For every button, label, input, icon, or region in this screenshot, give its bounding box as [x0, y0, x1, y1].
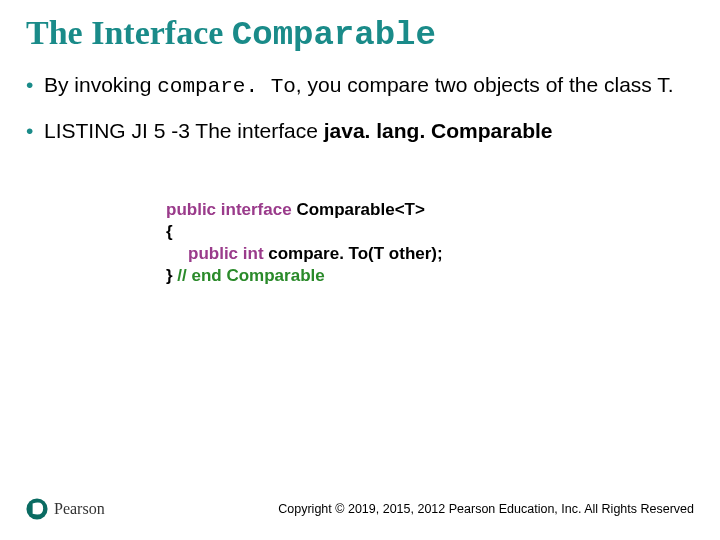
bullet-1-post: , you compare two objects of the class T… [296, 73, 674, 96]
bullet-list: By invoking compare. To, you compare two… [26, 72, 694, 145]
slide: The Interface Comparable By invoking com… [0, 0, 720, 540]
code-l4-cmt: // end Comparable [177, 266, 324, 285]
code-l3-name: compare. To(T other); [268, 244, 442, 263]
brand: Pearson [26, 498, 105, 520]
bullet-2: LISTING JI 5 -3 The interface java. lang… [26, 118, 694, 144]
bullet-1: By invoking compare. To, you compare two… [26, 72, 694, 100]
bullet-1-pre: By invoking [44, 73, 157, 96]
code-line-4: } // end Comparable [166, 265, 694, 287]
code-line-1: public interface Comparable<T> [166, 199, 694, 221]
pearson-logo-icon [26, 498, 48, 520]
title-mono: Comparable [232, 16, 436, 54]
code-block: public interface Comparable<T> { public … [166, 199, 694, 287]
code-l3-kw: public int [188, 244, 268, 263]
bullet-2-pre: LISTING JI 5 -3 The interface [44, 119, 324, 142]
brand-text: Pearson [54, 500, 105, 518]
code-l1-kw: public interface [166, 200, 296, 219]
bullet-1-mono: compare. To [157, 75, 296, 98]
code-l4-brace: } [166, 266, 177, 285]
code-line-3: public int compare. To(T other); [166, 243, 694, 265]
slide-title: The Interface Comparable [26, 14, 694, 54]
title-prefix: The Interface [26, 14, 232, 51]
copyright-text: Copyright © 2019, 2015, 2012 Pearson Edu… [278, 502, 694, 516]
footer: Pearson Copyright © 2019, 2015, 2012 Pea… [26, 498, 694, 520]
code-l1-name: Comparable [296, 200, 394, 219]
code-l1-gen: <T> [395, 200, 425, 219]
bullet-2-bold: java. lang. Comparable [324, 119, 553, 142]
code-line-2: { [166, 221, 694, 243]
